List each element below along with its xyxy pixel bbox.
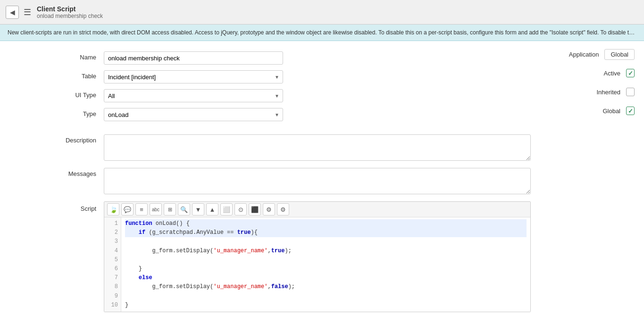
code-editor-area[interactable]: 1 2 3 4 5 6 7 8 9 10 function onLoad() {… <box>104 217 530 312</box>
main-layout: Name Table Incident [incident] Problem [… <box>0 41 644 323</box>
active-row: Active <box>550 64 635 83</box>
code-line-1: function onLoad() { <box>125 219 527 228</box>
messages-control <box>104 168 531 196</box>
description-label: Description <box>0 134 104 144</box>
application-label: Application <box>569 51 599 58</box>
line-numbers: 1 2 3 4 5 6 7 8 9 10 <box>104 217 121 312</box>
ui-type-select[interactable]: All Desktop Mobile <box>104 89 283 102</box>
messages-label: Messages <box>0 168 104 177</box>
name-control <box>104 51 283 65</box>
toolbar-expand-btn[interactable]: ⬜ <box>220 203 233 215</box>
inherited-checkbox[interactable] <box>626 88 635 96</box>
type-control: onLoad onChange onSubmit onCellEdit <box>104 108 283 121</box>
code-line-6: } <box>125 265 527 273</box>
name-input[interactable] <box>104 51 283 65</box>
code-line-10: } <box>125 301 527 310</box>
page-subtitle: onload membership check <box>37 13 103 19</box>
ui-type-control: All Desktop Mobile <box>104 89 283 102</box>
toolbar-comment-btn[interactable]: 💬 <box>121 203 134 215</box>
description-textarea[interactable] <box>104 134 531 161</box>
code-line-3 <box>125 237 527 246</box>
code-line-7: else <box>125 273 527 282</box>
script-label: Script <box>0 201 104 212</box>
page-header: ◀ ☰ Client Script onload membership chec… <box>0 0 644 25</box>
code-line-4: g_form.setDisplay('u_manager_name',true)… <box>125 247 527 256</box>
ui-type-row: UI Type All Desktop Mobile <box>0 86 540 105</box>
code-line-2: if (g_scratchpad.AnyValue == true){ <box>125 228 527 237</box>
name-label: Name <box>0 51 104 61</box>
active-label: Active <box>604 70 620 77</box>
code-line-8: g_form.setDisplay('u_manager_name',false… <box>125 282 527 291</box>
type-select[interactable]: onLoad onChange onSubmit onCellEdit <box>104 108 283 121</box>
application-badge: Global <box>604 49 635 60</box>
description-control <box>104 134 531 162</box>
toolbar-circle-btn[interactable]: ⊙ <box>234 203 247 215</box>
table-label: Table <box>0 70 104 80</box>
table-control: Incident [incident] Problem [problem] Ch… <box>104 70 283 83</box>
code-line-9 <box>125 292 527 301</box>
toolbar-leaf-btn[interactable]: 🍃 <box>107 203 119 215</box>
page-title: Client Script <box>37 5 103 13</box>
type-row: Type onLoad onChange onSubmit onCellEdit <box>0 105 540 124</box>
name-row: Name <box>0 49 540 67</box>
table-select[interactable]: Incident [incident] Problem [problem] Ch… <box>104 70 283 83</box>
application-row: Application Global <box>550 45 635 64</box>
code-line-5 <box>125 256 527 265</box>
script-row: Script 🍃 💬 ≡ abc ⊞ 🔍 ▼ ▲ ⬜ ⊙ ⬛ ⚙ ⚙ <box>0 199 540 315</box>
back-button[interactable]: ◀ <box>6 6 19 19</box>
inherited-row: Inherited <box>550 83 635 101</box>
ui-type-label: UI Type <box>0 89 104 99</box>
form-area: Name Table Incident [incident] Problem [… <box>0 41 644 323</box>
description-row: Description <box>0 132 540 165</box>
global-row: Global <box>550 101 635 120</box>
menu-icon[interactable]: ☰ <box>24 7 31 17</box>
inherited-label: Inherited <box>596 89 620 96</box>
toolbar-down-btn[interactable]: ▼ <box>192 203 204 215</box>
back-icon: ◀ <box>10 8 15 16</box>
toolbar-save-btn[interactable]: ⬛ <box>249 203 261 215</box>
toolbar-search-btn[interactable]: 🔍 <box>178 203 190 215</box>
type-label: Type <box>0 108 104 117</box>
header-title-block: Client Script onload membership check <box>37 5 103 19</box>
toolbar-grid-btn[interactable]: ⊞ <box>164 203 176 215</box>
toolbar-abc-btn[interactable]: abc <box>150 203 162 215</box>
table-row: Table Incident [incident] Problem [probl… <box>0 67 540 86</box>
toolbar-up-btn[interactable]: ▲ <box>206 203 218 215</box>
info-banner: New client-scripts are run in strict mod… <box>0 25 644 41</box>
global-checkbox[interactable] <box>626 107 635 115</box>
right-panel: Application Global Active Inherited Glob… <box>550 41 644 120</box>
toolbar-gear-btn[interactable]: ⚙ <box>263 203 275 215</box>
messages-textarea[interactable] <box>104 168 531 194</box>
code-content[interactable]: function onLoad() { if (g_scratchpad.Any… <box>121 217 530 312</box>
active-checkbox[interactable] <box>626 69 635 77</box>
script-toolbar: 🍃 💬 ≡ abc ⊞ 🔍 ▼ ▲ ⬜ ⊙ ⬛ ⚙ ⚙ <box>104 202 530 217</box>
global-label: Global <box>602 108 620 115</box>
toolbar-gear2-btn[interactable]: ⚙ <box>277 203 289 215</box>
messages-row: Messages <box>0 165 540 199</box>
toolbar-lines-btn[interactable]: ≡ <box>135 203 148 215</box>
script-editor: 🍃 💬 ≡ abc ⊞ 🔍 ▼ ▲ ⬜ ⊙ ⬛ ⚙ ⚙ <box>104 201 531 312</box>
